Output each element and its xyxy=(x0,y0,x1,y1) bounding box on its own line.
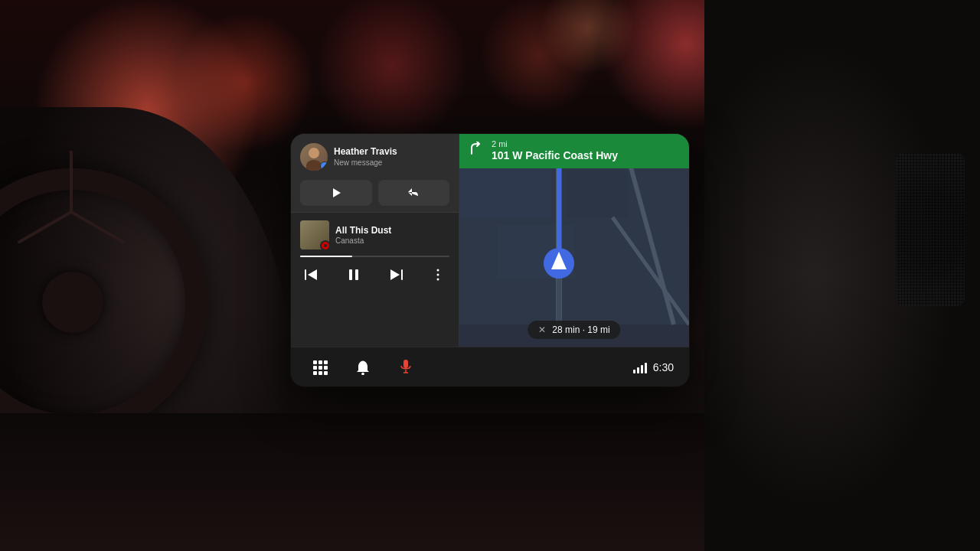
turn-banner: 2 mi 101 W Pacific Coast Hwy xyxy=(459,134,689,168)
svg-marker-5 xyxy=(390,269,400,280)
progress-bar[interactable] xyxy=(300,256,449,257)
signal-bar-1 xyxy=(633,370,635,373)
signal-bars xyxy=(633,361,647,373)
signal-bar-4 xyxy=(645,363,647,373)
svg-rect-29 xyxy=(324,371,328,375)
eta-time: 28 min xyxy=(552,324,580,335)
apps-button[interactable] xyxy=(306,354,334,381)
svg-point-9 xyxy=(437,279,439,281)
song-title: All This Dust xyxy=(335,225,449,236)
notifications-button[interactable] xyxy=(349,354,377,381)
dashboard-right xyxy=(704,0,980,551)
message-subtitle: New message xyxy=(334,158,449,168)
avatar xyxy=(300,143,328,171)
display-main: Heather Travis New message xyxy=(291,134,689,347)
svg-rect-25 xyxy=(318,366,322,370)
clock: 6:30 xyxy=(653,361,674,373)
avatar-badge xyxy=(320,161,328,171)
artist-name: Canasta xyxy=(335,236,449,245)
music-header: All This Dust Canasta xyxy=(300,220,449,249)
message-actions xyxy=(300,177,449,206)
progress-fill xyxy=(300,256,352,257)
eta-distance: 19 mi xyxy=(587,324,609,335)
next-track-button[interactable] xyxy=(384,263,407,286)
bottom-left xyxy=(306,354,420,381)
eta-badge: ✕ 28 min · 19 mi xyxy=(528,321,620,339)
speaker-grille xyxy=(896,153,965,306)
eta-close-icon[interactable]: ✕ xyxy=(538,324,546,335)
svg-rect-21 xyxy=(313,360,317,364)
message-info: Heather Travis New message xyxy=(334,146,449,167)
map-panel[interactable]: 2 mi 101 W Pacific Coast Hwy ✕ 28 min · … xyxy=(459,134,689,347)
svg-rect-27 xyxy=(313,371,317,375)
album-art-record xyxy=(320,240,331,251)
svg-rect-31 xyxy=(403,360,408,368)
svg-rect-23 xyxy=(324,360,328,364)
music-info: All This Dust Canasta xyxy=(335,225,449,244)
svg-marker-2 xyxy=(308,269,317,280)
turn-street: 101 W Pacific Coast Hwy xyxy=(492,149,618,161)
reply-button[interactable] xyxy=(378,180,450,206)
play-button[interactable] xyxy=(300,180,372,206)
message-card[interactable]: Heather Travis New message xyxy=(291,134,459,213)
svg-rect-26 xyxy=(324,366,328,370)
mic-button[interactable] xyxy=(392,354,420,381)
bottom-right: 6:30 xyxy=(633,361,674,373)
contact-name: Heather Travis xyxy=(334,146,449,157)
turn-distance: 2 mi xyxy=(492,140,618,148)
bottom-bar: 6:30 xyxy=(291,347,689,386)
svg-rect-1 xyxy=(305,269,306,280)
android-auto-display: Heather Travis New message xyxy=(291,134,689,386)
svg-rect-12 xyxy=(567,171,628,217)
svg-rect-4 xyxy=(355,269,358,280)
signal-bar-2 xyxy=(637,367,639,373)
svg-rect-3 xyxy=(349,269,352,280)
turn-icon xyxy=(469,142,484,161)
svg-rect-28 xyxy=(318,371,322,375)
svg-marker-0 xyxy=(333,188,341,197)
svg-point-30 xyxy=(361,372,364,374)
display-screen: Heather Travis New message xyxy=(291,134,689,386)
svg-rect-24 xyxy=(313,366,317,370)
svg-rect-6 xyxy=(401,269,403,280)
pause-button[interactable] xyxy=(342,263,365,286)
steering-wheel xyxy=(0,168,207,436)
eta-text: 28 min · 19 mi xyxy=(552,324,609,335)
svg-rect-22 xyxy=(318,360,322,364)
music-card: All This Dust Canasta xyxy=(291,213,459,347)
prev-track-button[interactable] xyxy=(300,263,323,286)
more-options-button[interactable] xyxy=(426,263,449,286)
message-header: Heather Travis New message xyxy=(300,143,449,171)
svg-point-8 xyxy=(437,274,439,276)
left-panel: Heather Travis New message xyxy=(291,134,459,347)
album-art xyxy=(300,220,329,249)
signal-bar-3 xyxy=(641,365,643,373)
music-controls xyxy=(300,263,449,286)
svg-point-7 xyxy=(437,269,439,272)
turn-info: 2 mi 101 W Pacific Coast Hwy xyxy=(492,140,618,162)
